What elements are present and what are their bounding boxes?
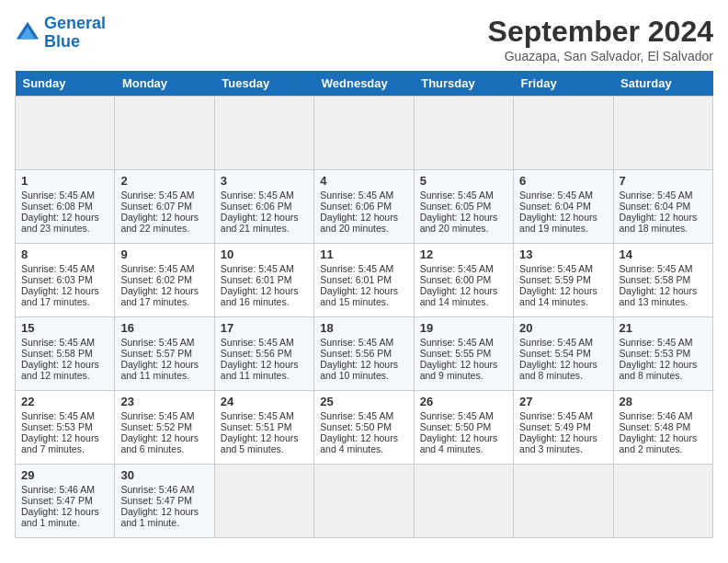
col-monday: Monday — [115, 71, 214, 97]
table-cell — [414, 97, 513, 170]
sunset-text: Sunset: 6:07 PM — [120, 201, 208, 212]
table-cell: 11Sunrise: 5:45 AMSunset: 6:01 PMDayligh… — [314, 244, 414, 317]
logo-icon — [15, 20, 40, 46]
sunset-text: Sunset: 5:57 PM — [120, 348, 208, 359]
sunset-text: Sunset: 6:04 PM — [620, 201, 707, 212]
sunrise-text: Sunrise: 5:45 AM — [519, 337, 607, 348]
day-number: 27 — [519, 395, 607, 408]
daylight-text: Daylight: 12 hours and 10 minutes. — [320, 359, 407, 381]
daylight-text: Daylight: 12 hours and 18 minutes. — [620, 212, 707, 234]
daylight-text: Daylight: 12 hours and 5 minutes. — [221, 432, 308, 454]
sunset-text: Sunset: 5:54 PM — [519, 348, 607, 359]
daylight-text: Daylight: 12 hours and 9 minutes. — [420, 359, 507, 381]
table-cell: 23Sunrise: 5:45 AMSunset: 5:52 PMDayligh… — [115, 391, 214, 465]
sunset-text: Sunset: 6:05 PM — [420, 201, 507, 212]
sunrise-text: Sunrise: 5:45 AM — [420, 337, 507, 348]
table-cell: 21Sunrise: 5:45 AMSunset: 5:53 PMDayligh… — [613, 317, 712, 391]
day-number: 18 — [320, 321, 407, 335]
day-number: 1 — [21, 174, 108, 188]
calendar-body: 1Sunrise: 5:45 AMSunset: 6:08 PMDaylight… — [16, 97, 713, 538]
sunrise-text: Sunrise: 5:45 AM — [221, 410, 308, 421]
table-cell: 8Sunrise: 5:45 AMSunset: 6:03 PMDaylight… — [16, 244, 115, 317]
daylight-text: Daylight: 12 hours and 17 minutes. — [120, 285, 208, 307]
daylight-text: Daylight: 12 hours and 8 minutes. — [519, 359, 607, 381]
logo: General Blue — [15, 15, 106, 52]
table-cell: 3Sunrise: 5:45 AMSunset: 6:06 PMDaylight… — [214, 170, 313, 244]
daylight-text: Daylight: 12 hours and 23 minutes. — [21, 212, 108, 234]
table-cell: 4Sunrise: 5:45 AMSunset: 6:06 PMDaylight… — [314, 170, 414, 244]
sunset-text: Sunset: 6:03 PM — [21, 274, 108, 285]
table-cell: 12Sunrise: 5:45 AMSunset: 6:00 PMDayligh… — [414, 244, 513, 317]
day-number: 26 — [420, 395, 507, 408]
table-cell: 10Sunrise: 5:45 AMSunset: 6:01 PMDayligh… — [214, 244, 313, 317]
sunset-text: Sunset: 6:06 PM — [320, 201, 407, 212]
sunset-text: Sunset: 6:04 PM — [519, 201, 607, 212]
day-number: 7 — [620, 174, 707, 188]
sunset-text: Sunset: 5:51 PM — [221, 421, 308, 432]
sunrise-text: Sunrise: 5:45 AM — [420, 263, 507, 274]
calendar-week-row: 29Sunrise: 5:46 AMSunset: 5:47 PMDayligh… — [16, 465, 713, 538]
day-number: 4 — [320, 174, 407, 188]
sunrise-text: Sunrise: 5:45 AM — [120, 263, 208, 274]
sunset-text: Sunset: 5:55 PM — [420, 348, 507, 359]
table-cell — [214, 97, 313, 170]
day-number: 11 — [320, 247, 407, 261]
day-number: 8 — [21, 247, 108, 261]
day-number: 14 — [620, 247, 707, 261]
daylight-text: Daylight: 12 hours and 1 minute. — [21, 506, 108, 528]
day-number: 24 — [221, 395, 308, 408]
table-cell — [115, 97, 214, 170]
col-sunday: Sunday — [16, 71, 115, 97]
table-cell: 26Sunrise: 5:45 AMSunset: 5:50 PMDayligh… — [414, 391, 513, 465]
sunrise-text: Sunrise: 5:46 AM — [21, 484, 108, 495]
sunset-text: Sunset: 5:47 PM — [120, 495, 208, 506]
sunset-text: Sunset: 5:47 PM — [21, 495, 108, 506]
col-wednesday: Wednesday — [314, 71, 414, 97]
day-number: 16 — [120, 321, 208, 335]
day-number: 13 — [519, 247, 607, 261]
table-cell: 15Sunrise: 5:45 AMSunset: 5:58 PMDayligh… — [16, 317, 115, 391]
daylight-text: Daylight: 12 hours and 16 minutes. — [221, 285, 308, 307]
sunset-text: Sunset: 5:50 PM — [320, 421, 407, 432]
day-number: 22 — [21, 395, 108, 408]
calendar-week-row: 8Sunrise: 5:45 AMSunset: 6:03 PMDaylight… — [16, 244, 713, 317]
day-number: 20 — [519, 321, 607, 335]
daylight-text: Daylight: 12 hours and 22 minutes. — [120, 212, 208, 234]
day-number: 28 — [620, 395, 707, 408]
calendar-week-row: 1Sunrise: 5:45 AMSunset: 6:08 PMDaylight… — [16, 170, 713, 244]
daylight-text: Daylight: 12 hours and 20 minutes. — [320, 212, 407, 234]
sunset-text: Sunset: 5:53 PM — [21, 421, 108, 432]
sunrise-text: Sunrise: 5:45 AM — [120, 337, 208, 348]
daylight-text: Daylight: 12 hours and 15 minutes. — [320, 285, 407, 307]
table-cell: 30Sunrise: 5:46 AMSunset: 5:47 PMDayligh… — [115, 465, 214, 538]
daylight-text: Daylight: 12 hours and 3 minutes. — [519, 432, 607, 454]
sunset-text: Sunset: 6:00 PM — [420, 274, 507, 285]
table-cell: 18Sunrise: 5:45 AMSunset: 5:56 PMDayligh… — [314, 317, 414, 391]
sunset-text: Sunset: 5:58 PM — [21, 348, 108, 359]
day-number: 23 — [120, 395, 208, 408]
day-number: 2 — [120, 174, 208, 188]
sunrise-text: Sunrise: 5:45 AM — [21, 263, 108, 274]
table-cell — [613, 97, 712, 170]
sunset-text: Sunset: 5:52 PM — [120, 421, 208, 432]
sunrise-text: Sunrise: 5:45 AM — [221, 263, 308, 274]
sunset-text: Sunset: 5:50 PM — [420, 421, 507, 432]
sunset-text: Sunset: 6:08 PM — [21, 201, 108, 212]
calendar-week-row: 22Sunrise: 5:45 AMSunset: 5:53 PMDayligh… — [16, 391, 713, 465]
col-thursday: Thursday — [414, 71, 513, 97]
location: Guazapa, San Salvador, El Salvador — [488, 49, 713, 63]
sunrise-text: Sunrise: 5:45 AM — [320, 263, 407, 274]
sunrise-text: Sunrise: 5:45 AM — [420, 190, 507, 201]
table-cell — [314, 97, 414, 170]
daylight-text: Daylight: 12 hours and 13 minutes. — [620, 285, 707, 307]
table-cell: 29Sunrise: 5:46 AMSunset: 5:47 PMDayligh… — [16, 465, 115, 538]
daylight-text: Daylight: 12 hours and 17 minutes. — [21, 285, 108, 307]
day-number: 19 — [420, 321, 507, 335]
day-number: 5 — [420, 174, 507, 188]
day-number: 3 — [221, 174, 308, 188]
sunrise-text: Sunrise: 5:45 AM — [320, 190, 407, 201]
table-cell: 25Sunrise: 5:45 AMSunset: 5:50 PMDayligh… — [314, 391, 414, 465]
daylight-text: Daylight: 12 hours and 12 minutes. — [21, 359, 108, 381]
sunrise-text: Sunrise: 5:45 AM — [221, 337, 308, 348]
sunset-text: Sunset: 5:49 PM — [519, 421, 607, 432]
